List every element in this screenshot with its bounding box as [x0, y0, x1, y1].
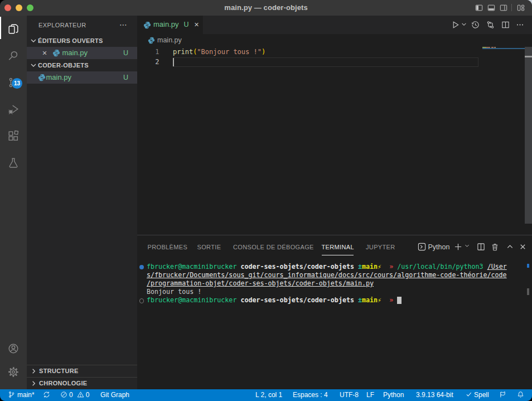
- code-area[interactable]: 1 print("Bonjour tous !") 2: [137, 47, 532, 250]
- text-segment: [381, 296, 389, 304]
- tab-filename: main.py: [153, 16, 179, 34]
- sync-icon: [43, 391, 50, 398]
- text-segment: [483, 263, 487, 270]
- open-editors-header[interactable]: ÉDITEURS OUVERTS: [27, 35, 137, 47]
- chevron-right-icon: [30, 367, 38, 375]
- activity-search[interactable]: [0, 42, 27, 69]
- panel-tab-terminal[interactable]: TERMINAL: [322, 238, 354, 257]
- tab-strip: main.py U ×: [137, 16, 532, 34]
- sidebar-title: EXPLORATEUR: [38, 16, 86, 35]
- search-icon: [7, 50, 20, 62]
- active-tab-underline: [322, 255, 354, 256]
- overview-ruler[interactable]: [525, 47, 532, 224]
- editor-more-actions-icon[interactable]: [516, 21, 524, 29]
- text-segment: CHRONOLOGIE: [39, 378, 87, 389]
- panel-tab-output[interactable]: SORTIE: [197, 238, 221, 257]
- terminal-scrollbar-thumb[interactable]: [527, 288, 529, 295]
- terminal-line: Bonjour tous !: [147, 288, 507, 296]
- notifications-status-item[interactable]: [517, 389, 524, 401]
- activity-bar: 13: [0, 16, 27, 389]
- sidebar-more-actions[interactable]: ⋯: [119, 20, 129, 30]
- terminal-content[interactable]: fbrucker@macminibrucker coder-ses-objets…: [147, 263, 507, 305]
- timeline-history-icon[interactable]: [471, 21, 480, 29]
- close-panel-icon[interactable]: [519, 243, 527, 251]
- tree-item-main-py[interactable]: main.py U: [27, 71, 137, 84]
- eol-item[interactable]: LF: [366, 389, 374, 401]
- text-segment: fbrucker@macminibrucker: [147, 263, 236, 270]
- text-segment: /User: [487, 263, 507, 270]
- line-number-active: 2: [137, 57, 159, 67]
- code-line: 1 print("Bonjour tous !"): [137, 47, 532, 57]
- command-pending-decoration[interactable]: ○: [139, 298, 144, 303]
- vscode-window: main.py — coder-objets: [0, 0, 532, 401]
- maximize-panel-chevron-icon[interactable]: [506, 243, 514, 251]
- panel-tab-jupyter[interactable]: JUPYTER: [366, 238, 395, 257]
- folder-section-header[interactable]: CODER-OBJETS: [27, 59, 137, 71]
- text-segment: CODER-OBJETS: [38, 59, 89, 71]
- text-segment: ): [262, 48, 265, 56]
- explorer-sidebar: EXPLORATEUR ⋯ ÉDITEURS OUVERTS × main.py…: [27, 16, 137, 389]
- tab-close-icon[interactable]: ×: [191, 16, 202, 34]
- customize-layout-icon[interactable]: [517, 4, 525, 12]
- branch-status-item[interactable]: main*: [8, 389, 35, 401]
- toggle-panel-icon[interactable]: [487, 4, 495, 12]
- minimize-traffic-light[interactable]: [16, 4, 22, 11]
- status-bar: main* 00 Git Graph L 2, col 1 Espaces : …: [0, 389, 532, 401]
- terminal-line: fbrucker@macminibrucker coder-ses-objets…: [147, 296, 507, 305]
- activity-extensions[interactable]: [0, 123, 27, 149]
- terminal-dropdown-chevron-icon[interactable]: [464, 243, 470, 251]
- tree-item-filename: main.py: [46, 71, 72, 84]
- spell-status-item[interactable]: Spell: [466, 389, 489, 401]
- chevron-down-icon: [29, 36, 38, 45]
- cursor-position-item[interactable]: L 2, col 1: [255, 389, 282, 401]
- language-item[interactable]: Python: [383, 389, 404, 401]
- breadcrumbs[interactable]: main.py: [137, 34, 532, 47]
- run-python-file-icon[interactable]: [451, 21, 460, 29]
- run-dropdown-chevron-icon[interactable]: [461, 21, 467, 29]
- feedback-status-item[interactable]: [499, 389, 506, 401]
- chronologie-section[interactable]: CHRONOLOGIE: [27, 377, 137, 389]
- encoding-item[interactable]: UTF-8: [340, 389, 359, 401]
- errors-icon: [60, 391, 67, 398]
- split-terminal-icon[interactable]: [477, 243, 485, 251]
- terminal-shell-label[interactable]: Python: [428, 238, 450, 257]
- compare-changes-icon[interactable]: [486, 21, 495, 29]
- git-graph-status-item[interactable]: Git Graph: [100, 389, 129, 401]
- command-success-decoration[interactable]: ●: [139, 265, 144, 270]
- text-segment: coder-ses-objets/coder-objets: [240, 296, 354, 304]
- interpreter-item[interactable]: 3.9.13 64-bit: [416, 389, 453, 401]
- tab-git-badge: U: [184, 16, 189, 34]
- panel-tab-debug-console[interactable]: CONSOLE DE DÉBOGAGE: [233, 238, 314, 257]
- terminal-line: s/fbrucker/Documents/sous_git/cours_info…: [147, 271, 507, 279]
- new-terminal-icon[interactable]: [454, 243, 462, 251]
- activity-source-control[interactable]: 13: [0, 69, 27, 96]
- panel-tab-problems[interactable]: PROBLÈMES: [148, 238, 188, 257]
- breadcrumb-file[interactable]: main.py: [157, 34, 182, 47]
- activity-accounts[interactable]: [0, 335, 27, 362]
- activity-explorer[interactable]: [0, 16, 27, 42]
- close-traffic-light[interactable]: [4, 4, 11, 11]
- explorer-icon: [7, 23, 20, 35]
- python-file-icon: [38, 74, 46, 81]
- zoom-traffic-light[interactable]: [27, 4, 33, 11]
- toggle-sidebar-icon[interactable]: [475, 4, 483, 12]
- open-editor-item-main-py[interactable]: × main.py U: [27, 47, 137, 59]
- panel: PROBLÈMES SORTIE CONSOLE DE DÉBOGAGE TER…: [137, 235, 532, 389]
- text-segment: main: [362, 263, 378, 270]
- sync-status-item[interactable]: [43, 389, 50, 401]
- activity-testing[interactable]: [0, 149, 27, 176]
- activity-settings[interactable]: [0, 359, 27, 385]
- problems-status-item[interactable]: 00: [60, 389, 89, 401]
- text-segment: main*: [17, 391, 35, 399]
- structure-section[interactable]: STRUCTURE: [27, 365, 137, 377]
- split-editor-icon[interactable]: [501, 21, 510, 29]
- text-segment: [393, 296, 397, 304]
- activity-run-debug[interactable]: [0, 96, 27, 123]
- close-editor-icon[interactable]: ×: [41, 47, 49, 59]
- text-cursor: [173, 58, 174, 66]
- indentation-item[interactable]: Espaces : 4: [293, 389, 328, 401]
- tab-main-py[interactable]: main.py U ×: [137, 16, 204, 34]
- toggle-secondary-sidebar-icon[interactable]: [500, 4, 507, 12]
- text-segment: ±: [358, 296, 362, 304]
- kill-terminal-trash-icon[interactable]: [491, 243, 499, 251]
